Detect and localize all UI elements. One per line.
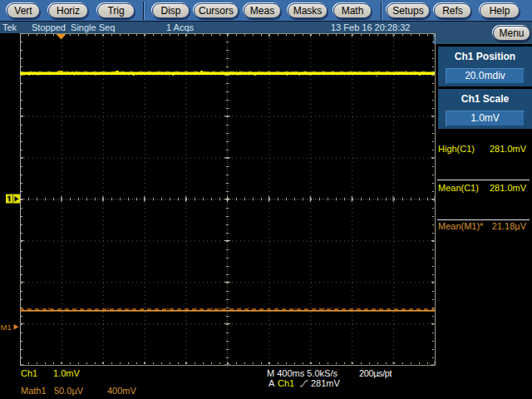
svg-text:M1: M1: [1, 323, 12, 332]
